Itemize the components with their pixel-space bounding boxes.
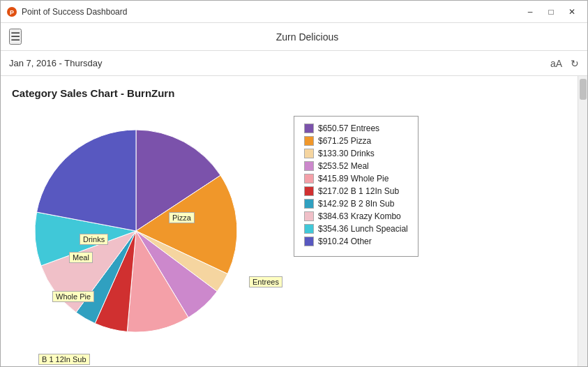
toolbar: ☰ Zurn Delicious	[1, 23, 587, 51]
window-title: Point of Success Dashboard	[22, 7, 520, 17]
scrollbar[interactable]	[578, 76, 587, 366]
legend-swatch	[304, 136, 314, 146]
legend-swatch	[304, 186, 314, 196]
scrollbar-thumb[interactable]	[580, 79, 587, 100]
legend-label: $650.57 Entrees	[318, 123, 379, 133]
legend-box: $650.57 Entrees$671.25 Pizza$133.30 Drin…	[294, 116, 419, 257]
refresh-button[interactable]: ↻	[571, 58, 579, 69]
date-controls: aA ↻	[550, 58, 579, 69]
pie-chart-container: Pizza Drinks Meal Whole Pie B 1 12In Sub…	[12, 109, 277, 346]
legend-label: $217.02 B 1 12In Sub	[318, 186, 399, 196]
legend-swatch	[304, 149, 314, 158]
title-bar: P Point of Success Dashboard – □ ✕	[1, 1, 587, 23]
svg-text:P: P	[10, 9, 14, 16]
legend-swatch	[304, 199, 314, 209]
main-window: P Point of Success Dashboard – □ ✕ ☰ Zur…	[0, 0, 588, 367]
main-content: Category Sales Chart - BurnZurn	[1, 76, 578, 366]
maximize-button[interactable]: □	[541, 4, 561, 20]
legend-label: $253.52 Meal	[318, 161, 369, 171]
font-size-button[interactable]: aA	[550, 58, 562, 69]
menu-button[interactable]: ☰	[9, 29, 22, 45]
legend-label: $142.92 B 2 8In Sub	[318, 199, 394, 209]
legend-label: $415.89 Whole Pie	[318, 174, 389, 184]
legend-swatch	[304, 237, 314, 246]
legend-swatch	[304, 123, 314, 133]
legend-item: $217.02 B 1 12In Sub	[304, 186, 408, 196]
legend-label: $133.30 Drinks	[318, 149, 375, 158]
pie-chart-svg	[12, 109, 277, 346]
legend-item: $354.36 Lunch Speacial	[304, 224, 408, 234]
app-title: Zurn Delicious	[36, 31, 579, 43]
date-label: Jan 7, 2016 - Thursday	[9, 58, 550, 68]
legend-swatch	[304, 174, 314, 184]
legend-label: $384.63 Krazy Kombo	[318, 211, 401, 221]
legend-item: $415.89 Whole Pie	[304, 174, 408, 184]
legend-item: $671.25 Pizza	[304, 136, 408, 146]
legend-swatch	[304, 224, 314, 234]
legend: $650.57 Entrees$671.25 Pizza$133.30 Drin…	[294, 116, 419, 257]
date-bar: Jan 7, 2016 - Thursday aA ↻	[1, 51, 587, 76]
chart-title: Category Sales Chart - BurnZurn	[12, 87, 566, 99]
legend-item: $650.57 Entrees	[304, 123, 408, 133]
legend-swatch	[304, 161, 314, 171]
chart-area: Pizza Drinks Meal Whole Pie B 1 12In Sub…	[12, 109, 566, 346]
legend-label: $354.36 Lunch Speacial	[318, 224, 408, 234]
window-controls: – □ ✕	[520, 4, 582, 20]
legend-item: $133.30 Drinks	[304, 149, 408, 158]
legend-item: $384.63 Krazy Kombo	[304, 211, 408, 221]
legend-item: $142.92 B 2 8In Sub	[304, 199, 408, 209]
legend-swatch	[304, 211, 314, 221]
minimize-button[interactable]: –	[520, 4, 540, 20]
label-b1: B 1 12In Sub	[38, 354, 90, 365]
legend-item: $253.52 Meal	[304, 161, 408, 171]
legend-label: $671.25 Pizza	[318, 136, 371, 146]
close-button[interactable]: ✕	[562, 4, 582, 20]
content-area: Category Sales Chart - BurnZurn	[1, 76, 587, 366]
legend-label: $910.24 Other	[318, 237, 372, 246]
app-icon: P	[6, 6, 17, 17]
legend-item: $910.24 Other	[304, 237, 408, 246]
